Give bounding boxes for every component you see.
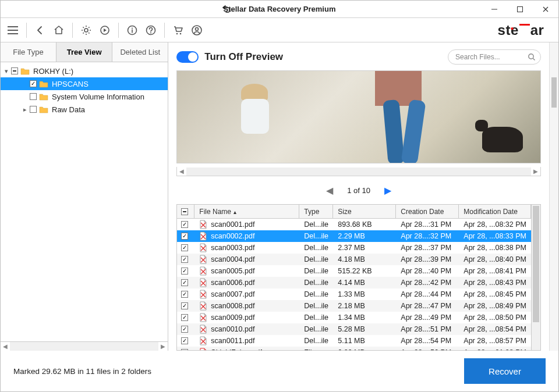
row-checkbox[interactable] <box>181 233 188 240</box>
scroll-left-icon[interactable]: ◀ <box>1 342 10 351</box>
user-button[interactable] <box>188 22 206 39</box>
file-name: scan0001.pdf <box>211 220 254 229</box>
file-creation-date: Apr 28...:54 PM <box>396 337 459 345</box>
resume-recovery-button[interactable] <box>96 22 114 39</box>
collapse-icon[interactable]: ▾ <box>3 67 10 75</box>
column-header-modification-date[interactable]: Modification Date <box>459 205 531 218</box>
file-type: Del...ile <box>299 302 333 310</box>
scroll-track[interactable] <box>186 168 531 176</box>
preview-horizontal-scrollbar[interactable]: ◀ ▶ <box>176 167 541 176</box>
file-creation-date: Apr 28...:51 PM <box>396 325 459 333</box>
menu-button[interactable] <box>4 22 22 39</box>
scroll-track[interactable] <box>10 342 158 351</box>
tab-deleted-list[interactable]: Deleted List <box>112 42 168 62</box>
file-creation-date: Apr 28...:44 PM <box>396 290 459 298</box>
file-row[interactable]: scan0007.pdfDel...ile1.33 MBApr 28...:44… <box>177 288 531 300</box>
column-header-name[interactable]: File Name <box>194 205 299 218</box>
tree-item[interactable]: HPSCANS <box>1 77 168 90</box>
file-modification-date: Apr 28, ...08:49 PM <box>459 302 531 310</box>
file-row[interactable]: scan0003.pdfDel...ile2.37 MBApr 28...:37… <box>177 242 531 254</box>
row-checkbox[interactable] <box>181 302 188 309</box>
checkbox[interactable] <box>11 67 18 74</box>
preview-toggle[interactable] <box>176 51 199 63</box>
file-type: File <box>299 348 333 350</box>
maximize-button[interactable] <box>507 1 533 18</box>
checkbox[interactable] <box>30 93 37 100</box>
undo-icon[interactable] <box>222 4 231 13</box>
row-checkbox[interactable] <box>181 244 188 251</box>
file-row[interactable]: scan0009.pdfDel...ile1.34 MBApr 28...:49… <box>177 312 531 323</box>
tree-item[interactable]: System Volume Information <box>1 90 168 103</box>
settings-button[interactable] <box>77 22 95 39</box>
scroll-right-icon[interactable]: ▶ <box>531 168 540 174</box>
checkbox[interactable] <box>30 80 37 87</box>
file-modification-date: Apr 28, ...08:38 PM <box>459 244 531 252</box>
status-text: Marked 29.62 MB in 11 files in 2 folders <box>13 367 151 376</box>
row-checkbox[interactable] <box>181 221 188 228</box>
info-button[interactable] <box>123 22 141 39</box>
pager-prev-button[interactable]: ◀ <box>326 185 333 196</box>
expand-icon[interactable]: ▸ <box>22 106 29 113</box>
view-tabs: File Type Tree View Deleted List <box>1 42 168 62</box>
row-checkbox[interactable] <box>181 349 188 350</box>
back-button[interactable] <box>31 22 49 39</box>
file-size: 2.37 MB <box>333 244 396 252</box>
tree-root[interactable]: ▾ ROKHY (L:) <box>1 65 168 77</box>
select-all-checkbox[interactable] <box>177 205 194 218</box>
tab-file-type[interactable]: File Type <box>1 42 56 62</box>
tree-item[interactable]: ▸Raw Data <box>1 103 168 116</box>
grid-vertical-scrollbar[interactable] <box>531 205 540 350</box>
file-row[interactable]: ShieldFaber.pdfFile6.29 MBApr 28...:56 P… <box>177 347 531 350</box>
scroll-right-icon[interactable]: ▶ <box>158 342 168 351</box>
svg-point-8 <box>150 32 151 33</box>
folder-icon <box>39 105 48 113</box>
grid-body[interactable]: scan0001.pdfDel...ile893.68 KBApr 28...:… <box>177 219 531 350</box>
row-checkbox[interactable] <box>181 256 188 263</box>
file-type: Del...ile <box>299 255 333 263</box>
column-header-creation-date[interactable]: Creation Date <box>396 205 459 218</box>
file-creation-date: Apr 28...:32 PM <box>396 232 459 240</box>
close-button[interactable] <box>533 1 558 18</box>
file-row[interactable]: scan0011.pdfDel...ile5.11 MBApr 28...:54… <box>177 335 531 347</box>
column-header-size[interactable]: Size <box>333 205 396 218</box>
pager-next-button[interactable]: ▶ <box>384 185 391 196</box>
file-row[interactable]: scan0004.pdfDel...ile4.18 MBApr 28...:39… <box>177 254 531 265</box>
search-input[interactable]: Search Files... <box>448 49 541 65</box>
svg-line-14 <box>533 58 535 60</box>
panel-vertical-scrollbar[interactable] <box>549 42 558 351</box>
tab-tree-view[interactable]: Tree View <box>56 42 112 62</box>
checkbox[interactable] <box>30 106 37 113</box>
file-grid: File Name Type Size Creation Date Modifi… <box>176 204 541 351</box>
file-modification-date: Apr 28, ...08:33 PM <box>459 232 531 240</box>
row-checkbox[interactable] <box>181 291 188 298</box>
tree-horizontal-scrollbar[interactable]: ◀ ▶ <box>1 341 168 351</box>
file-name: ShieldFaber.pdf <box>211 348 262 350</box>
file-row[interactable]: scan0005.pdfDel...ile515.22 KBApr 28...:… <box>177 265 531 277</box>
file-creation-date: Apr 28...:37 PM <box>396 244 459 252</box>
minimize-button[interactable] <box>482 1 507 18</box>
column-header-type[interactable]: Type <box>299 205 333 218</box>
file-row[interactable]: scan0008.pdfDel...ile2.18 MBApr 28...:47… <box>177 300 531 312</box>
file-size: 2.29 MB <box>333 232 396 240</box>
file-row[interactable]: scan0001.pdfDel...ile893.68 KBApr 28...:… <box>177 219 531 230</box>
file-name: scan0009.pdf <box>211 313 254 322</box>
svg-point-12 <box>196 27 199 30</box>
file-row[interactable]: scan0002.pdfDel...ile2.29 MBApr 28...:32… <box>177 230 531 242</box>
row-checkbox[interactable] <box>181 326 188 333</box>
titlebar: Stellar Data Recovery Premium <box>1 1 558 18</box>
row-checkbox[interactable] <box>181 268 188 275</box>
home-button[interactable] <box>50 22 68 39</box>
file-icon <box>199 278 207 287</box>
tree-label: Raw Data <box>52 105 85 114</box>
row-checkbox[interactable] <box>181 279 188 286</box>
file-type: Del...ile <box>299 325 333 333</box>
folder-tree[interactable]: ▾ ROKHY (L:) HPSCANSSystem Volume Inform… <box>1 62 168 341</box>
file-row[interactable]: scan0010.pdfDel...ile5.28 MBApr 28...:51… <box>177 323 531 335</box>
file-row[interactable]: scan0006.pdfDel...ile4.14 MBApr 28...:42… <box>177 277 531 288</box>
row-checkbox[interactable] <box>181 337 188 344</box>
help-button[interactable] <box>142 22 160 39</box>
cart-button[interactable] <box>169 22 187 39</box>
scroll-left-icon[interactable]: ◀ <box>177 168 186 174</box>
row-checkbox[interactable] <box>181 314 188 321</box>
recover-button[interactable]: Recover <box>464 358 546 384</box>
